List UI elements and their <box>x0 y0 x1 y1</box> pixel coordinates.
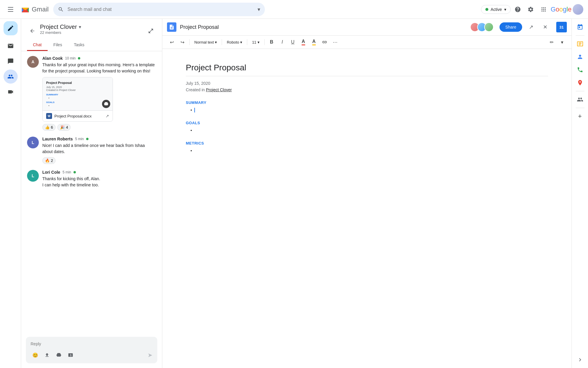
add-sidebar-item-button[interactable]: + <box>574 110 586 122</box>
drive-button[interactable] <box>54 350 64 360</box>
created-in-link[interactable]: Project Clover <box>206 87 232 92</box>
doc-date: July 15, 2020 <box>186 81 548 86</box>
reply-input[interactable] <box>31 340 153 347</box>
reaction-count-party: 4 <box>66 125 68 130</box>
message-header: Lauren Roberts 5 min <box>42 137 156 141</box>
online-indicator <box>74 171 76 173</box>
sidebar-divider-2 <box>576 91 584 91</box>
google-logo: Google <box>551 6 572 13</box>
help-icon <box>514 6 521 13</box>
open-external-icon[interactable]: ↗ <box>106 114 109 118</box>
font-size-select[interactable]: 11 ▾ <box>250 39 262 46</box>
back-button[interactable] <box>27 26 38 36</box>
doc-summary-bullet <box>186 108 548 112</box>
reaction-emoji-thumbsup: 👍 <box>45 125 50 130</box>
reaction-count-fire: 2 <box>51 158 53 163</box>
message-body: Lauren Roberts 5 min Nice! I can add a t… <box>42 137 156 164</box>
chat-title-text-group: Project Clover ▾ 22 members <box>40 24 81 38</box>
italic-button[interactable]: I <box>278 37 287 47</box>
reaction-fire[interactable]: 🔥 2 <box>42 157 56 164</box>
search-bar[interactable]: ▾ <box>53 3 265 16</box>
apps-button[interactable] <box>538 4 549 15</box>
sidebar-item-spaces[interactable] <box>4 69 18 84</box>
doc-preview-title: Project Proposal <box>46 81 109 84</box>
sidebar-item-notes[interactable] <box>574 38 586 50</box>
text-style-chevron-icon: ▾ <box>215 40 217 44</box>
underline-button[interactable]: U <box>288 37 298 47</box>
search-input[interactable] <box>67 7 254 12</box>
sidebar-item-chat[interactable] <box>4 54 18 68</box>
sidebar-item-meet[interactable] <box>4 85 18 99</box>
reply-actions: 😊 ➤ <box>31 350 153 360</box>
settings-button[interactable] <box>525 4 537 15</box>
bold-button[interactable]: B <box>267 37 276 47</box>
tab-files[interactable]: Files <box>48 39 68 51</box>
upload-button[interactable] <box>42 350 52 360</box>
emoji-button[interactable]: 😊 <box>31 350 40 360</box>
message-time: 5 min <box>63 170 71 174</box>
message-header: Lori Cole 5 min <box>42 170 156 175</box>
doc-panel-header: Project Proposal Share ↗ ✕ 31 <box>162 19 572 36</box>
online-indicator <box>86 138 88 140</box>
doc-created-in: Created in Project Clover <box>186 87 548 92</box>
open-external-button[interactable]: ↗ <box>526 22 536 32</box>
doc-type-icon <box>167 22 176 32</box>
settings-icon <box>527 6 534 13</box>
help-button[interactable] <box>512 4 524 15</box>
main-layout: Project Clover ▾ 22 members Chat Files T… <box>0 19 588 368</box>
sidebar-item-phone[interactable] <box>574 64 586 76</box>
sidebar-item-maps[interactable] <box>574 77 586 89</box>
sidebar-item-contacts[interactable] <box>574 51 586 63</box>
doc-bullet-summary: • <box>49 97 109 99</box>
sidebar-item-calendar[interactable] <box>574 21 586 33</box>
close-doc-button[interactable]: ✕ <box>540 22 550 32</box>
chevron-right-icon <box>577 357 583 363</box>
doc-title: Project Proposal <box>180 24 467 30</box>
link-button[interactable] <box>320 37 329 47</box>
spaces-icon <box>7 73 14 80</box>
share-button[interactable]: Share <box>500 22 522 32</box>
search-chevron-icon[interactable]: ▾ <box>258 6 260 13</box>
toolbar-divider-4 <box>264 39 265 45</box>
calendar-button[interactable]: 31 <box>556 22 567 32</box>
tab-chat[interactable]: Chat <box>27 39 48 51</box>
message-attachment: Project Proposal July 15, 2020 Created i… <box>42 77 113 122</box>
avatar: A <box>27 56 39 68</box>
reaction-party[interactable]: 🎉 4 <box>57 124 71 131</box>
reaction-emoji-party: 🎉 <box>60 125 65 130</box>
topbar: Gmail ▾ Active ▾ Google <box>0 0 588 19</box>
active-status-button[interactable]: Active ▾ <box>481 5 511 14</box>
text-style-select[interactable]: Normal text ▾ <box>192 39 219 46</box>
chat-title-chevron-icon[interactable]: ▾ <box>79 24 81 30</box>
edit-mode-button[interactable]: ✏ <box>547 37 556 47</box>
send-button[interactable]: ➤ <box>148 352 153 359</box>
edit-chevron-button[interactable]: ▾ <box>557 37 567 47</box>
text-color-button[interactable]: A <box>299 37 308 47</box>
more-options-button[interactable]: ⋯ <box>330 37 340 47</box>
doc-title-divider <box>186 76 548 76</box>
compose-button[interactable] <box>4 21 18 35</box>
expand-button[interactable] <box>146 26 156 36</box>
font-select[interactable]: Roboto ▾ <box>224 39 245 46</box>
tab-tasks[interactable]: Tasks <box>68 39 90 51</box>
chat-icon <box>7 58 14 64</box>
user-avatar[interactable] <box>573 4 583 15</box>
sidebar-divider-3 <box>576 108 584 108</box>
expand-icon <box>148 28 154 34</box>
mention-button[interactable] <box>66 350 75 360</box>
message-text: Thanks for all your great input this mor… <box>42 62 156 74</box>
gmail-logo: Gmail <box>20 4 49 15</box>
redo-button[interactable]: ↪ <box>178 37 187 47</box>
sidebar-item-mail[interactable] <box>4 39 18 53</box>
sidebar-expand-button[interactable] <box>574 354 586 366</box>
highlight-button[interactable]: A <box>309 37 319 47</box>
undo-button[interactable]: ↩ <box>167 37 176 47</box>
menu-button[interactable] <box>5 4 16 15</box>
maps-icon <box>577 79 583 86</box>
message-text: Nice! I can add a timeline once we hear … <box>42 142 156 155</box>
chat-title-inner: Project Clover ▾ 22 members <box>27 24 81 38</box>
chat-tabs: Chat Files Tasks <box>27 39 156 51</box>
text-cursor <box>194 108 195 112</box>
sidebar-item-people[interactable] <box>574 94 586 105</box>
reaction-thumbsup[interactable]: 👍 6 <box>42 124 56 131</box>
